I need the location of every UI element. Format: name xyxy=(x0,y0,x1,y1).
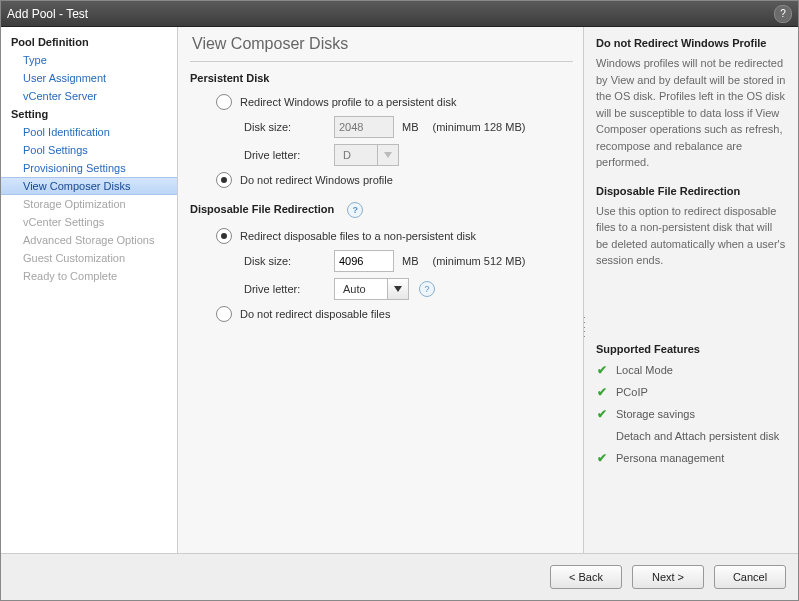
help-heading-1: Do not Redirect Windows Profile xyxy=(596,37,786,49)
disposable-heading-text: Disposable File Redirection xyxy=(190,203,334,215)
persistent-disk-heading: Persistent Disk xyxy=(190,72,573,84)
window-title: Add Pool - Test xyxy=(7,7,88,21)
check-icon: ✔ xyxy=(596,407,608,421)
sidebar-item-user-assignment[interactable]: User Assignment xyxy=(1,69,177,87)
feature-row: ✔ Storage savings xyxy=(596,407,786,421)
persistent-disk-size-unit: MB xyxy=(402,121,419,133)
persistent-disk-size-hint: (minimum 128 MB) xyxy=(433,121,526,133)
disposable-disk-size-input[interactable] xyxy=(334,250,394,272)
sidebar-item-ready-to-complete: Ready to Complete xyxy=(1,267,177,285)
feature-label: Persona management xyxy=(616,452,724,464)
persistent-disk-size-input xyxy=(334,116,394,138)
persistent-drive-letter-value: D xyxy=(334,144,378,166)
chevron-down-icon[interactable] xyxy=(388,278,409,300)
help-text-2: Use this option to redirect disposable f… xyxy=(596,203,786,269)
sidebar-item-pool-settings[interactable]: Pool Settings xyxy=(1,141,177,159)
feature-label: Storage savings xyxy=(616,408,695,420)
persistent-redirect-label: Redirect Windows profile to a persistent… xyxy=(240,96,456,108)
persistent-drive-letter-label: Drive letter: xyxy=(244,149,334,161)
sidebar-item-advanced-storage-options: Advanced Storage Options xyxy=(1,231,177,249)
next-button[interactable]: Next > xyxy=(632,565,704,589)
disposable-heading: Disposable File Redirection ? xyxy=(190,202,573,218)
help-heading-2: Disposable File Redirection xyxy=(596,185,786,197)
disposable-disk-size-unit: MB xyxy=(402,255,419,267)
wizard-sidebar: Pool Definition Type User Assignment vCe… xyxy=(1,27,178,553)
check-icon: ✔ xyxy=(596,451,608,465)
content: View Composer Disks Persistent Disk Redi… xyxy=(178,27,798,553)
sidebar-heading-setting: Setting xyxy=(1,105,177,123)
disposable-redirect-row[interactable]: Redirect disposable files to a non-persi… xyxy=(190,228,573,244)
persistent-disk-size-label: Disk size: xyxy=(244,121,334,133)
feature-label: Detach and Attach persistent disk xyxy=(616,430,779,442)
wizard-footer: < Back Next > Cancel xyxy=(1,553,798,600)
sidebar-item-vcenter-settings: vCenter Settings xyxy=(1,213,177,231)
chevron-down-icon xyxy=(378,144,399,166)
info-icon[interactable]: ? xyxy=(419,281,435,297)
check-icon: ✔ xyxy=(596,363,608,377)
radio-persistent-no-redirect[interactable] xyxy=(216,172,232,188)
sidebar-item-storage-optimization: Storage Optimization xyxy=(1,195,177,213)
feature-label: Local Mode xyxy=(616,364,673,376)
feature-row: ✔ Persona management xyxy=(596,451,786,465)
disposable-drive-letter-label: Drive letter: xyxy=(244,283,334,295)
info-icon[interactable]: ? xyxy=(347,202,363,218)
radio-persistent-redirect[interactable] xyxy=(216,94,232,110)
help-panel: Do not Redirect Windows Profile Windows … xyxy=(583,27,798,553)
sidebar-item-type[interactable]: Type xyxy=(1,51,177,69)
form-area: View Composer Disks Persistent Disk Redi… xyxy=(178,27,583,553)
page-title: View Composer Disks xyxy=(190,27,573,62)
persistent-drive-letter-select: D xyxy=(334,144,399,166)
persistent-no-redirect-label: Do not redirect Windows profile xyxy=(240,174,393,186)
disposable-drive-letter-select[interactable]: Auto xyxy=(334,278,409,300)
check-icon: ✔ xyxy=(596,429,608,443)
add-pool-wizard: Add Pool - Test ? Pool Definition Type U… xyxy=(0,0,799,601)
feature-label: PCoIP xyxy=(616,386,648,398)
back-button[interactable]: < Back xyxy=(550,565,622,589)
feature-row: ✔ Local Mode xyxy=(596,363,786,377)
persistent-redirect-row[interactable]: Redirect Windows profile to a persistent… xyxy=(190,94,573,110)
disposable-no-redirect-row[interactable]: Do not redirect disposable files xyxy=(190,306,573,322)
feature-row: ✔ PCoIP xyxy=(596,385,786,399)
help-text-1: Windows profiles will not be redirected … xyxy=(596,55,786,171)
feature-row: ✔ Detach and Attach persistent disk xyxy=(596,429,786,443)
disposable-no-redirect-label: Do not redirect disposable files xyxy=(240,308,390,320)
sidebar-item-guest-customization: Guest Customization xyxy=(1,249,177,267)
disposable-drive-letter-value: Auto xyxy=(334,278,388,300)
radio-disposable-no-redirect[interactable] xyxy=(216,306,232,322)
persistent-no-redirect-row[interactable]: Do not redirect Windows profile xyxy=(190,172,573,188)
cancel-button[interactable]: Cancel xyxy=(714,565,786,589)
disposable-redirect-label: Redirect disposable files to a non-persi… xyxy=(240,230,476,242)
disposable-disk-size-hint: (minimum 512 MB) xyxy=(433,255,526,267)
sidebar-item-view-composer-disks[interactable]: View Composer Disks xyxy=(1,177,177,195)
titlebar: Add Pool - Test ? xyxy=(1,1,798,27)
disposable-disk-size-label: Disk size: xyxy=(244,255,334,267)
sidebar-item-pool-identification[interactable]: Pool Identification xyxy=(1,123,177,141)
radio-disposable-redirect[interactable] xyxy=(216,228,232,244)
supported-features-heading: Supported Features xyxy=(596,343,786,355)
sidebar-item-provisioning-settings[interactable]: Provisioning Settings xyxy=(1,159,177,177)
help-icon[interactable]: ? xyxy=(774,5,792,23)
resize-grip-icon[interactable] xyxy=(583,317,585,337)
sidebar-heading-pool-definition: Pool Definition xyxy=(1,33,177,51)
sidebar-item-vcenter-server[interactable]: vCenter Server xyxy=(1,87,177,105)
check-icon: ✔ xyxy=(596,385,608,399)
